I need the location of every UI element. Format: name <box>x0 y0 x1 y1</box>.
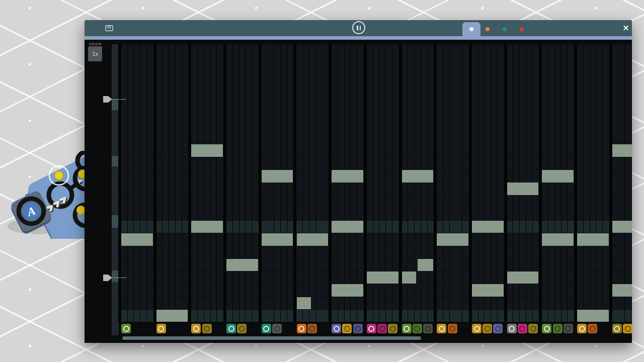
rate-button[interactable]: 1x <box>88 46 102 61</box>
tab-dot-white[interactable] <box>469 27 473 31</box>
note-block[interactable] <box>472 221 504 233</box>
note-block[interactable] <box>332 284 363 296</box>
grid-row[interactable] <box>118 259 632 271</box>
note-block[interactable] <box>262 233 293 245</box>
instrument-square[interactable] <box>156 324 166 333</box>
note-grid[interactable] <box>118 44 632 336</box>
grid-row[interactable] <box>118 284 632 296</box>
instrument-square[interactable] <box>482 324 492 333</box>
handle-guide-line <box>111 278 126 278</box>
note-block[interactable] <box>297 297 311 309</box>
grid-row[interactable] <box>118 297 632 309</box>
tab-dot-orange[interactable] <box>486 27 490 31</box>
grid-row[interactable] <box>118 310 632 322</box>
tab-dot-red[interactable] <box>520 27 524 31</box>
instrument-square[interactable] <box>388 324 397 333</box>
instrument-square[interactable] <box>423 324 433 333</box>
game-node-graph[interactable]: A <box>0 151 96 239</box>
instrument-square[interactable] <box>528 324 538 333</box>
instrument-ring-icon <box>193 326 199 332</box>
instrument-square[interactable] <box>518 324 527 333</box>
instrument-square[interactable] <box>202 324 212 333</box>
instrument-square[interactable] <box>553 324 562 333</box>
note-block[interactable] <box>367 272 398 284</box>
instrument-square[interactable] <box>472 324 481 333</box>
pause-icon <box>357 26 358 30</box>
note-block[interactable] <box>507 183 539 195</box>
note-block[interactable] <box>437 233 468 245</box>
instrument-square[interactable] <box>413 324 422 333</box>
note-block[interactable] <box>612 144 632 157</box>
instrument-ring-icon <box>590 326 596 332</box>
grid-row[interactable] <box>118 196 632 208</box>
note-block[interactable] <box>612 284 632 296</box>
note-block[interactable] <box>226 259 258 271</box>
instrument-square[interactable] <box>121 324 131 333</box>
note-block[interactable] <box>121 233 153 245</box>
note-block[interactable] <box>156 310 188 322</box>
note-block[interactable] <box>191 144 223 157</box>
grid-tall-region[interactable] <box>118 44 632 157</box>
note-block[interactable] <box>542 233 574 245</box>
instrument-ring-icon <box>414 326 420 332</box>
note-block[interactable] <box>577 310 609 322</box>
instrument-ring-icon <box>123 326 129 332</box>
note-block[interactable] <box>191 221 223 233</box>
instrument-square[interactable] <box>297 324 306 333</box>
grid-row[interactable] <box>118 157 632 169</box>
instrument-square[interactable] <box>307 324 317 333</box>
instrument-square[interactable] <box>542 324 551 333</box>
note-block[interactable] <box>612 221 632 233</box>
instrument-ring-icon <box>309 326 315 332</box>
note-block[interactable] <box>297 233 329 245</box>
note-block[interactable] <box>402 170 434 182</box>
instrument-square[interactable] <box>367 324 376 333</box>
horizontal-scrollbar[interactable] <box>122 336 421 340</box>
note-block[interactable] <box>332 221 363 233</box>
pause-button[interactable] <box>352 21 365 34</box>
piano-icon[interactable] <box>105 25 113 31</box>
note-block[interactable] <box>472 284 504 296</box>
instrument-square[interactable] <box>577 324 587 333</box>
instrument-ring-icon <box>554 326 560 332</box>
note-block[interactable] <box>577 233 609 245</box>
note-block[interactable] <box>542 170 574 182</box>
instrument-square[interactable] <box>437 324 446 333</box>
instrument-square[interactable] <box>377 324 387 333</box>
instrument-square[interactable] <box>612 324 622 333</box>
instrument-square[interactable] <box>623 324 632 333</box>
instrument-square[interactable] <box>353 324 363 333</box>
note-block[interactable] <box>262 170 293 182</box>
instrument-ring-icon <box>544 326 550 332</box>
note-block[interactable] <box>402 272 416 284</box>
tab-dot-teal[interactable] <box>503 27 507 31</box>
instrument-square[interactable] <box>342 324 352 333</box>
instrument-ring-icon <box>239 326 245 332</box>
instrument-square[interactable] <box>493 324 503 333</box>
instrument-square[interactable] <box>332 324 341 333</box>
note-block[interactable] <box>418 259 433 271</box>
instrument-ring-icon <box>614 326 620 332</box>
close-button[interactable]: ✕ <box>620 22 632 34</box>
instrument-square[interactable] <box>507 324 517 333</box>
instrument-square[interactable] <box>191 324 201 333</box>
instrument-ring-icon <box>565 326 571 332</box>
note-block[interactable] <box>507 272 539 284</box>
vertical-range-track[interactable] <box>112 44 119 335</box>
yellow-ball[interactable] <box>77 206 86 215</box>
yellow-ball[interactable] <box>55 171 63 180</box>
instrument-square[interactable] <box>402 324 412 333</box>
note-block[interactable] <box>332 170 363 182</box>
grid-row[interactable] <box>118 183 632 195</box>
instrument-square[interactable] <box>272 324 282 333</box>
instrument-square[interactable] <box>448 324 457 333</box>
instrument-square[interactable] <box>262 324 271 333</box>
instrument-square[interactable] <box>588 324 597 333</box>
instrument-square[interactable] <box>237 324 247 333</box>
instrument-square[interactable] <box>226 324 236 333</box>
grid-row[interactable] <box>118 246 632 258</box>
instrument-ring-icon <box>158 326 164 332</box>
grid-row[interactable] <box>118 208 632 220</box>
instrument-ring-icon <box>344 326 350 332</box>
instrument-square[interactable] <box>564 324 573 333</box>
